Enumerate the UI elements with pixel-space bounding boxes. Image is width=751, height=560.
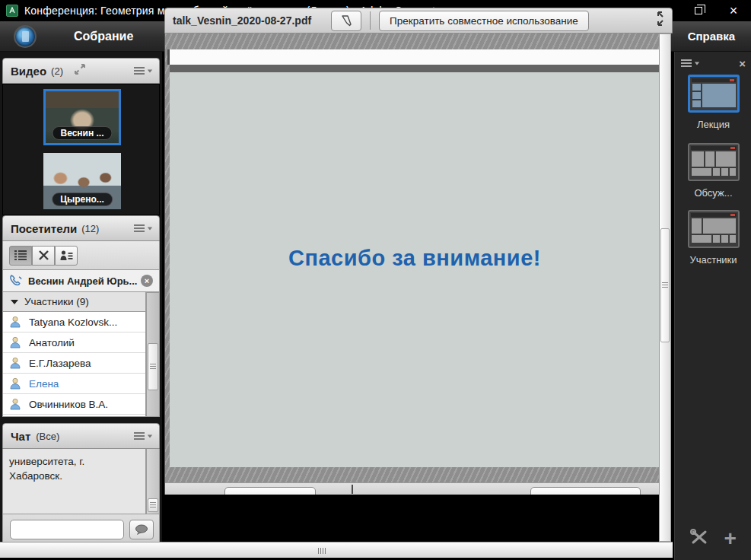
person-icon <box>9 398 21 410</box>
close-icon: × <box>739 57 746 70</box>
person-icon <box>9 316 21 328</box>
attendee-row[interactable]: Tatyana Kozlovsk... <box>3 312 145 332</box>
attendee-row[interactable]: Анатолий <box>3 332 145 353</box>
attendee-name: Анатолий <box>29 337 75 348</box>
menu-meeting[interactable]: Собрание <box>58 21 149 52</box>
scroll-grip-icon <box>662 282 668 288</box>
participants-group-label: Участники (9) <box>24 296 89 307</box>
layout-thumbnail <box>688 143 740 181</box>
draw-button[interactable] <box>331 11 361 31</box>
share-pod-control-strip <box>165 482 659 495</box>
fullscreen-arrows-icon <box>657 11 670 27</box>
person-icon <box>9 377 21 390</box>
share-fullscreen-button[interactable] <box>657 11 670 30</box>
attendee-name: Елена <box>29 378 59 390</box>
breakout-icon <box>38 250 49 261</box>
stop-sharing-button[interactable]: Прекратить совместное использование <box>379 11 589 31</box>
thumb-titlebar <box>691 146 737 150</box>
pod-menu-icon <box>134 432 145 440</box>
manage-layouts-button[interactable] <box>690 529 708 549</box>
scrollbar-thumb[interactable] <box>148 498 158 512</box>
restore-icon <box>695 7 702 14</box>
breakout-view-button[interactable] <box>32 246 55 266</box>
host-row[interactable]: Веснин Андрей Юрь... × <box>2 270 160 292</box>
participants-group-header[interactable]: Участники (9) <box>2 292 146 312</box>
chevron-down-icon <box>148 69 152 72</box>
person-icon <box>9 336 21 348</box>
stop-sharing-label: Прекратить совместное использование <box>390 15 578 27</box>
thumb-titlebar <box>692 78 736 82</box>
chevron-down-icon <box>695 62 699 65</box>
video-pod-menu-button[interactable] <box>134 67 153 75</box>
chat-pod-header: Чат (Все) <box>2 423 160 449</box>
attendees-pod-count: (12) <box>81 223 99 234</box>
video-pod-body: Веснин ... Цырено... <box>2 84 160 215</box>
layout-item-participants[interactable]: Участники <box>675 210 751 266</box>
menu-help[interactable]: Справка <box>679 21 744 52</box>
chevron-down-icon <box>148 227 152 230</box>
scroll-grip-icon <box>150 502 156 508</box>
chat-send-button[interactable] <box>129 520 154 539</box>
attendee-list: Tatyana Kozlovsk... Анатолий Е.Г.Лазарев… <box>2 312 146 417</box>
layout-item-discussion[interactable]: Обсуж... <box>675 143 751 199</box>
chat-scrollbar[interactable] <box>146 449 160 514</box>
video-expand-icon[interactable] <box>74 63 86 78</box>
layouts-menu-button[interactable] <box>681 59 700 67</box>
host-name: Веснин Андрей Юрь... <box>28 275 137 287</box>
attendee-list-view-button[interactable] <box>9 246 32 266</box>
pod-menu-icon <box>134 67 145 75</box>
share-pod-content: Спасибо за внимание! <box>164 33 659 495</box>
video-pod-title: Видео <box>11 65 46 78</box>
restore-button[interactable] <box>681 0 716 21</box>
layout-item-lecture[interactable]: Лекция <box>675 75 751 130</box>
attendee-row[interactable]: Е.Г.Лазарева <box>3 353 145 374</box>
attendee-status-view-button[interactable] <box>55 246 78 266</box>
add-layout-button[interactable]: + <box>724 528 736 549</box>
layout-label: Участники <box>675 254 751 266</box>
chat-message-area: университета, г. Хабаровск. <box>2 449 146 514</box>
clipped-control-tick <box>352 485 353 494</box>
video-pod-count: (2) <box>51 65 63 77</box>
scrollbar-thumb[interactable] <box>660 228 670 342</box>
resize-grip-icon <box>318 548 326 554</box>
share-vertical-scrollbar[interactable] <box>659 33 671 542</box>
thumb-record-dot <box>730 79 734 81</box>
layout-label: Лекция <box>675 119 751 130</box>
layouts-panel-header: × <box>675 55 751 72</box>
remove-host-button[interactable]: × <box>141 275 153 287</box>
clipped-control-button <box>224 487 316 495</box>
attendee-row[interactable]: Овчинников В.А. <box>3 394 145 415</box>
attendees-pod-header: Посетители (12) <box>2 215 160 241</box>
slide-title-text: Спасибо за внимание! <box>170 246 659 271</box>
attendee-name: Tatyana Kozlovsk... <box>29 317 117 328</box>
layout-label: Обсуж... <box>675 187 751 199</box>
chat-input[interactable] <box>10 520 124 539</box>
scrollbar-thumb[interactable] <box>148 343 158 390</box>
scroll-grip-icon <box>150 364 156 370</box>
attendee-row[interactable]: Елена <box>3 374 145 394</box>
attendees-pod-title: Посетители <box>11 222 77 235</box>
attendees-toolbar <box>2 241 160 270</box>
video-tile-tsyreno[interactable]: Цырено... <box>43 153 121 209</box>
chat-pod-menu-button[interactable] <box>134 432 153 440</box>
adobe-connect-logo[interactable] <box>14 25 37 48</box>
clipped-control-button <box>530 487 641 495</box>
thumb-record-dot <box>730 147 735 149</box>
collapse-triangle-icon <box>11 300 18 304</box>
document-page-margin <box>170 49 659 65</box>
pen-icon <box>340 14 353 27</box>
bottom-resize-bar[interactable] <box>0 542 673 558</box>
attendees-pod-menu-button[interactable] <box>134 224 153 232</box>
pod-menu-icon <box>134 224 145 232</box>
chat-pod-title: Чат <box>11 430 30 443</box>
close-button[interactable]: × <box>716 0 751 21</box>
attendee-scrollbar[interactable] <box>146 292 160 417</box>
video-name-badge: Цырено... <box>52 192 113 206</box>
layouts-panel: × Лекция Обсуж... <box>674 52 751 560</box>
thumb-titlebar <box>691 213 737 217</box>
speech-bubble-icon <box>135 524 148 535</box>
chat-message: университета, г. Хабаровск. <box>9 455 100 484</box>
chat-input-row <box>2 514 160 545</box>
video-tile-vesnin[interactable]: Веснин ... <box>43 89 121 145</box>
layouts-close-button[interactable]: × <box>739 58 746 69</box>
